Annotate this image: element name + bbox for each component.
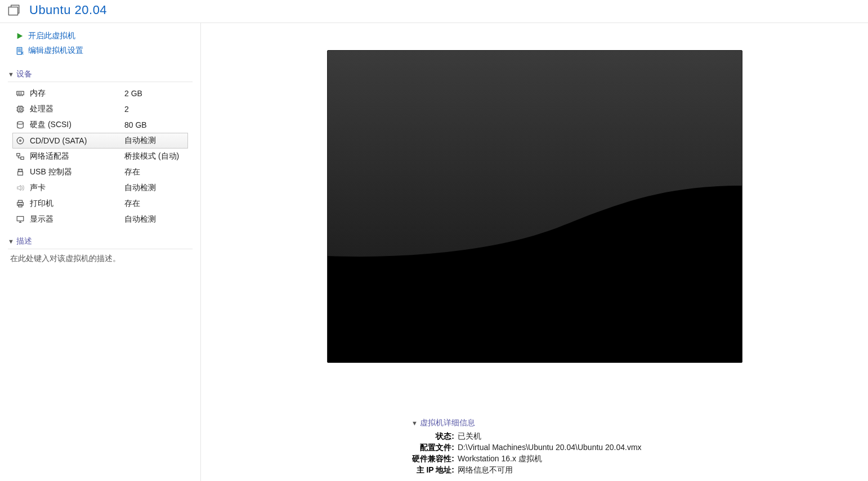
device-row-disk[interactable]: 硬盘 (SCSI)80 GB — [12, 117, 188, 133]
printer-icon — [15, 199, 25, 209]
svg-rect-0 — [8, 7, 17, 15]
device-name: 打印机 — [30, 199, 120, 209]
detail-config: 配置文件: D:\Virtual Machines\Ubuntu 20.04\U… — [411, 442, 868, 453]
svg-rect-4 — [19, 108, 21, 110]
details-section-label: 虚拟机详细信息 — [420, 418, 475, 428]
device-value: 存在 — [124, 167, 140, 177]
settings-doc-icon — [15, 46, 25, 56]
disk-icon — [15, 120, 25, 130]
description-section-label: 描述 — [16, 236, 32, 246]
svg-point-6 — [20, 140, 21, 142]
detail-ip: 主 IP 地址: 网络信息不可用 — [411, 464, 868, 475]
description-section-header[interactable]: ▼ 描述 — [8, 236, 193, 249]
description-placeholder[interactable]: 在此处键入对该虚拟机的描述。 — [8, 253, 193, 264]
svg-point-5 — [17, 137, 24, 144]
device-row-memory[interactable]: 内存2 GB — [12, 86, 188, 101]
detail-ip-value: 网络信息不可用 — [458, 464, 513, 475]
chevron-down-icon: ▼ — [8, 71, 14, 78]
cpu-icon — [15, 104, 25, 114]
edit-vm-settings-link[interactable]: 编辑虚拟机设置 — [15, 43, 200, 58]
device-value: 自动检测 — [124, 136, 156, 146]
svg-rect-7 — [17, 154, 20, 156]
device-row-sound[interactable]: 声卡自动检测 — [12, 180, 188, 196]
power-on-label: 开启此虚拟机 — [28, 31, 75, 41]
details-section-header[interactable]: ▼ 虚拟机详细信息 — [411, 418, 868, 428]
edit-settings-label: 编辑虚拟机设置 — [28, 46, 83, 56]
usb-icon — [15, 167, 25, 177]
play-icon — [15, 31, 25, 41]
detail-ip-label: 主 IP 地址: — [411, 464, 454, 475]
device-row-usb[interactable]: USB 控制器存在 — [12, 164, 188, 180]
devices-section-label: 设备 — [16, 69, 32, 79]
device-name: 网络适配器 — [30, 151, 120, 161]
display-icon — [15, 214, 25, 224]
device-value: 80 GB — [124, 120, 147, 129]
network-icon — [15, 151, 25, 161]
detail-compat-label: 硬件兼容性: — [411, 453, 454, 464]
detail-state-label: 状态: — [411, 430, 454, 442]
memory-icon — [15, 88, 25, 98]
svg-rect-3 — [18, 107, 23, 112]
detail-state-value: 已关机 — [458, 430, 481, 442]
device-value: 桥接模式 (自动) — [124, 151, 179, 161]
device-row-cpu[interactable]: 处理器2 — [12, 101, 188, 117]
svg-rect-14 — [17, 217, 24, 221]
svg-rect-12 — [17, 203, 24, 205]
vm-title: Ubuntu 20.04 — [29, 3, 107, 17]
chevron-down-icon: ▼ — [8, 238, 14, 245]
device-name: USB 控制器 — [30, 167, 120, 177]
device-name: 内存 — [30, 88, 120, 98]
chevron-down-icon: ▼ — [411, 420, 418, 426]
device-value: 自动检测 — [124, 214, 156, 224]
svg-rect-10 — [18, 172, 23, 175]
power-on-vm-link[interactable]: 开启此虚拟机 — [15, 29, 200, 43]
device-name: 硬盘 (SCSI) — [30, 120, 120, 130]
svg-rect-8 — [21, 157, 24, 159]
detail-config-label: 配置文件: — [411, 442, 454, 453]
device-row-printer[interactable]: 打印机存在 — [12, 196, 188, 212]
device-name: 处理器 — [30, 104, 120, 114]
device-row-cd[interactable]: CD/DVD (SATA)自动检测 — [12, 133, 188, 149]
detail-config-value: D:\Virtual Machines\Ubuntu 20.04\Ubuntu … — [458, 442, 642, 453]
vm-screen-preview — [327, 50, 742, 363]
device-value: 存在 — [124, 199, 140, 209]
cd-icon — [15, 136, 25, 146]
device-name: CD/DVD (SATA) — [30, 136, 120, 145]
device-value: 2 — [124, 105, 129, 114]
sound-icon — [15, 183, 25, 193]
devices-section-header[interactable]: ▼ 设备 — [8, 69, 193, 82]
svg-rect-2 — [17, 91, 24, 95]
svg-rect-9 — [18, 169, 22, 172]
sidebar: 开启此虚拟机 编辑虚拟机设置 ▼ 设备 内存2 GB处理器2硬盘 — [0, 23, 201, 481]
vm-tab-icon — [5, 1, 23, 19]
device-value: 2 GB — [124, 89, 142, 98]
device-value: 自动检测 — [124, 183, 156, 193]
device-row-display[interactable]: 显示器自动检测 — [12, 212, 188, 227]
device-name: 显示器 — [30, 214, 120, 224]
svg-rect-1 — [17, 47, 21, 54]
device-name: 声卡 — [30, 183, 120, 193]
detail-state: 状态: 已关机 — [411, 430, 868, 442]
detail-compat: 硬件兼容性: Workstation 16.x 虚拟机 — [411, 453, 868, 464]
detail-compat-value: Workstation 16.x 虚拟机 — [458, 453, 542, 464]
device-row-network[interactable]: 网络适配器桥接模式 (自动) — [12, 149, 188, 164]
